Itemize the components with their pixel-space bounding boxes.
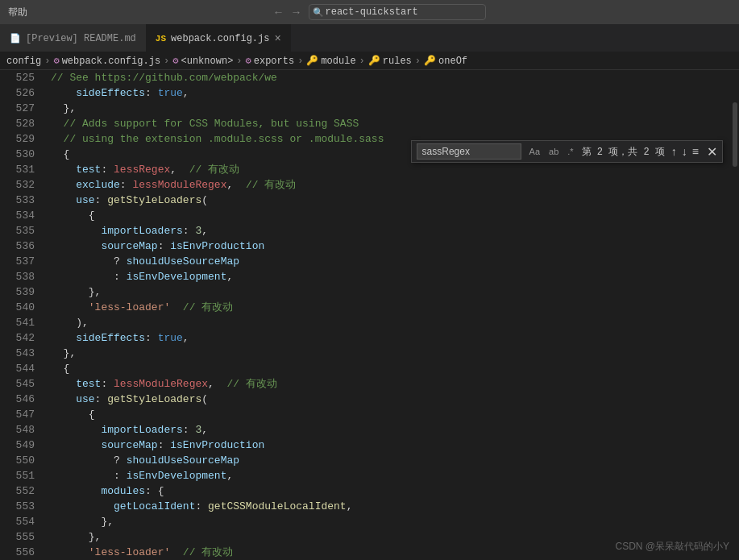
code-token: sourceMap [51, 439, 158, 451]
code-token: // Adds support for CSS Modules, but usi… [51, 118, 359, 130]
scrollbar[interactable] [731, 70, 739, 560]
editor-area: Aa ab .* 第 2 项，共 2 项 ↑ ↓ ≡ ✕ 52552652752… [0, 70, 739, 560]
tab-bar: 📄 [Preview] README.md JS webpack.config.… [0, 24, 739, 52]
code-token: ( [201, 393, 208, 405]
code-token: isEnvDevelopment [127, 470, 227, 482]
line-num: 533 [0, 193, 35, 208]
nav-forward-button[interactable]: → [291, 6, 302, 19]
code-token: // 有改动 [183, 546, 233, 558]
code-token: , [183, 87, 189, 99]
bc-icon-unknown: ⚙ [172, 55, 178, 67]
find-regex-button[interactable]: .* [564, 145, 576, 158]
find-prev-button[interactable]: ↑ [670, 145, 679, 158]
code-token: isEnvDevelopment [127, 271, 227, 283]
line-num: 529 [0, 131, 35, 147]
code-line: test: lessRegex, // 有改动 [51, 162, 731, 177]
bc-sep-3: › [236, 56, 242, 67]
code-token [51, 301, 89, 313]
line-num: 554 [0, 514, 35, 529]
line-num: 530 [0, 147, 35, 162]
line-num: 527 [0, 101, 35, 116]
code-token: ? [51, 255, 127, 268]
line-num: 540 [0, 300, 35, 315]
code-token: , [170, 164, 189, 176]
line-num: 537 [0, 254, 35, 269]
line-num: 550 [0, 453, 35, 468]
code-line: ), [51, 315, 731, 330]
find-menu-button[interactable]: ≡ [691, 145, 700, 158]
find-next-button[interactable]: ↓ [680, 145, 689, 158]
find-input[interactable] [417, 143, 521, 160]
menu-help[interactable]: 帮助 [8, 6, 27, 19]
breadcrumb-oneof[interactable]: 🔑 oneOf [424, 55, 467, 67]
line-num: 555 [0, 529, 35, 545]
breadcrumb-exports[interactable]: ⚙ exports [246, 55, 295, 67]
code-token [51, 546, 89, 558]
tab-preview[interactable]: 📄 [Preview] README.md [0, 24, 146, 52]
code-line: ? shouldUseSourceMap [51, 453, 731, 468]
code-token: , [201, 424, 208, 436]
breadcrumb: config › ⚙ webpack.config.js › ⚙ <unknow… [0, 52, 739, 70]
code-line: importLoaders: 3, [51, 422, 731, 438]
webpack-tab-close[interactable]: × [274, 32, 280, 45]
code-line: { [51, 361, 731, 376]
code-line: exclude: lessModuleRegex, // 有改动 [51, 177, 731, 193]
breadcrumb-unknown[interactable]: ⚙ <unknown> [172, 55, 233, 67]
code-token: : [183, 225, 196, 237]
code-token: importLoaders [51, 225, 183, 237]
find-whole-word-button[interactable]: ab [546, 145, 562, 158]
code-token: use [51, 393, 95, 405]
code-token: // 有改动 [183, 301, 233, 313]
scrollbar-thumb[interactable] [733, 102, 737, 167]
line-num: 531 [0, 162, 35, 177]
line-num: 556 [0, 545, 35, 560]
find-close-button[interactable]: ✕ [707, 144, 717, 160]
line-num: 553 [0, 499, 35, 514]
code-line: : isEnvDevelopment, [51, 468, 731, 483]
code-token [170, 546, 183, 558]
bc-icon-module: 🔑 [306, 55, 318, 67]
line-num: 538 [0, 269, 35, 284]
bc-icon-oneof: 🔑 [424, 55, 436, 67]
title-bar: 帮助 ← → 🔍 react-quickstart [0, 0, 739, 24]
search-bar[interactable]: 🔍 react-quickstart [309, 4, 486, 20]
find-nav: ↑ ↓ ≡ [670, 145, 700, 158]
webpack-tab-label: webpack.config.js [171, 33, 269, 44]
code-token: sourceMap [51, 240, 158, 252]
code-token: : [51, 271, 127, 283]
breadcrumb-rules[interactable]: 🔑 rules [368, 55, 412, 67]
code-token: }, [51, 516, 114, 528]
bc-sep-4: › [297, 56, 303, 67]
find-result-count: 第 2 项，共 2 项 [582, 145, 665, 159]
code-token: : [51, 470, 127, 482]
code-token: : [101, 378, 114, 390]
code-token: }, [51, 286, 101, 298]
line-numbers: 5255265275285295305315325335345355365375… [0, 70, 44, 560]
search-text: react-quickstart [326, 6, 418, 18]
preview-tab-label: [Preview] README.md [26, 33, 136, 44]
code-line: }, [51, 346, 731, 361]
breadcrumb-module[interactable]: 🔑 module [306, 55, 355, 67]
code-token: // 有改动 [246, 179, 296, 191]
line-num: 549 [0, 438, 35, 453]
code-token: shouldUseSourceMap [127, 454, 239, 467]
code-token: getStyleLoaders [107, 194, 201, 206]
code-token [170, 301, 183, 313]
breadcrumb-config[interactable]: config [6, 56, 41, 67]
nav-back-button[interactable]: ← [273, 6, 284, 19]
code-token: ), [51, 317, 89, 329]
find-case-sensitive-button[interactable]: Aa [526, 145, 543, 158]
code-token: lessModuleRegex [114, 378, 208, 390]
code-token: , [226, 271, 233, 283]
line-num: 539 [0, 284, 35, 300]
code-token: // using the extension .module.scss or .… [51, 133, 384, 145]
code-token: , [201, 225, 208, 237]
code-token: : [183, 424, 196, 436]
code-token: 'less-loader' [89, 301, 170, 313]
breadcrumb-webpack[interactable]: ⚙ webpack.config.js [53, 55, 160, 67]
line-num: 534 [0, 208, 35, 223]
code-token: // 有改动 [226, 378, 276, 390]
code-line: sourceMap: isEnvProduction [51, 239, 731, 254]
tab-webpack[interactable]: JS webpack.config.js × [146, 24, 291, 52]
code-line: }, [51, 284, 731, 300]
